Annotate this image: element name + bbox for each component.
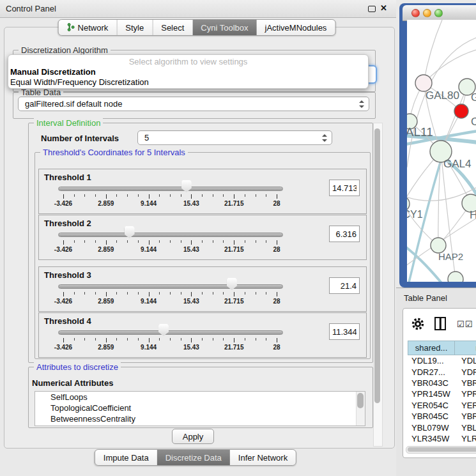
tab-discretize-data-label: Discretize Data — [165, 453, 222, 463]
threshold-4-value-field[interactable] — [329, 323, 360, 340]
float-window-icon[interactable] — [368, 6, 376, 12]
number-of-intervals-label: Number of Intervals — [41, 134, 119, 143]
number-of-intervals-combobox[interactable]: 5 — [137, 130, 332, 145]
threshold-4-slider[interactable]: -3.426 2.859 9.144 15.43 21.715 28 — [58, 313, 282, 357]
node-partial-bottom[interactable] — [448, 272, 463, 282]
tab-style[interactable]: Style — [116, 20, 152, 35]
network-window-titlebar[interactable] — [403, 5, 476, 21]
tab-infer-network-label: Infer Network — [238, 453, 288, 463]
node-label-gal11: GAL11 — [407, 125, 433, 139]
node-label-hap2: HAP2 — [438, 251, 463, 262]
node-label-partial-h: H — [470, 209, 476, 221]
list-item[interactable]: SelfLoops — [35, 392, 365, 403]
tab-network[interactable]: Network — [59, 20, 117, 35]
control-panel-title: Control Panel — [6, 4, 56, 13]
combo-spinner-icon — [322, 134, 327, 142]
panel-scrollbar[interactable] — [373, 123, 383, 447]
tab-impute-data[interactable]: Impute Data — [95, 450, 157, 465]
tab-style-label: Style — [125, 23, 144, 33]
table-data-value: galFiltered.sif default node — [25, 99, 122, 109]
table-header-row: shared... na — [408, 341, 476, 355]
slider-major-ticks — [63, 338, 277, 342]
tab-discretize-data[interactable]: Discretize Data — [157, 450, 230, 465]
slider-track[interactable] — [58, 284, 283, 289]
table-horizontal-scrollbar-thumb[interactable] — [408, 447, 476, 452]
algorithm-option-equal-width[interactable]: Equal Width/Frequency Discretization — [10, 77, 149, 87]
column-header-shared-name[interactable]: shared... — [408, 341, 455, 355]
node-label-gcy1: GCY1 — [407, 209, 423, 220]
minimize-traffic-light-icon[interactable] — [423, 9, 431, 17]
table-row[interactable]: YLR345WYLR3 — [408, 433, 476, 444]
table-toolbar: ☑☑ — [403, 309, 476, 341]
combo-spinner-icon — [359, 100, 364, 108]
apply-button[interactable]: Apply — [172, 429, 214, 444]
close-icon[interactable]: ✕ — [380, 3, 387, 13]
threshold-2-box: Threshold 2 -3.426 2.859 9.144 15.43 21.… — [38, 215, 367, 260]
tab-impute-data-label: Impute Data — [104, 453, 149, 463]
network-icon — [67, 23, 75, 32]
list-scrollbar[interactable] — [356, 392, 365, 426]
tab-infer-network[interactable]: Infer Network — [230, 450, 296, 465]
node-label-partial-c: C — [471, 116, 476, 128]
table-row[interactable]: YPR145WYPR1 — [408, 388, 476, 399]
threshold-1-slider[interactable]: -3.426 2.859 9.144 15.43 21.715 28 — [58, 169, 282, 213]
tab-network-label: Network — [78, 23, 109, 33]
table-row[interactable]: YER054CYER0 — [408, 400, 476, 411]
numerical-attributes-heading: Numerical Attributes — [32, 378, 113, 388]
table-row[interactable]: YBR045CYBR0 — [408, 411, 476, 422]
slider-tick-labels: -3.426 2.859 9.144 15.43 21.715 28 — [63, 344, 277, 351]
table-row[interactable]: YDR27...YDR2 — [408, 366, 476, 377]
algorithm-option-manual[interactable]: Manual Discretization — [10, 67, 96, 77]
select-columns-checkbox-icons[interactable]: ☑☑ — [457, 319, 473, 329]
slider-track[interactable] — [58, 187, 283, 191]
slider-tick-labels: -3.426 2.859 9.144 15.43 21.715 28 — [63, 200, 277, 208]
threshold-2-slider[interactable]: -3.426 2.859 9.144 15.43 21.715 28 — [58, 215, 282, 259]
table-horizontal-scrollbar[interactable] — [406, 446, 476, 454]
slider-track[interactable] — [58, 233, 283, 237]
settings-gear-icon[interactable] — [411, 317, 425, 334]
node-label-partial-g: G. — [471, 91, 476, 104]
tab-cyni-toolbox[interactable]: Cyni Toolbox — [192, 20, 256, 35]
network-canvas[interactable]: GAL80 GAL11 GAL4 GCY1 HAP2 G. C H — [407, 20, 476, 282]
close-traffic-light-icon[interactable] — [411, 9, 420, 17]
control-panel-tabbar: Network Style Select Cyni Toolbox jActiv… — [58, 19, 336, 36]
tab-jactivemnodules[interactable]: jActiveMNodules — [257, 20, 335, 35]
columns-icon[interactable] — [434, 317, 446, 330]
tab-cyni-toolbox-label: Cyni Toolbox — [201, 23, 248, 33]
list-item[interactable]: BetweennessCentrality — [35, 413, 365, 424]
list-scrollbar-thumb[interactable] — [357, 393, 364, 408]
numerical-attributes-list[interactable]: SelfLoops TopologicalCoefficient Between… — [35, 391, 365, 426]
discretization-algorithm-group-label: Discretization Algorithm — [19, 45, 111, 55]
panel-scrollbar-thumb[interactable] — [374, 128, 380, 403]
table-row[interactable]: YBR043CYBR0 — [408, 378, 476, 388]
cyni-mode-tabbar: Impute Data Discretize Data Infer Networ… — [95, 449, 296, 466]
network-view-window[interactable]: GAL80 GAL11 GAL4 GCY1 HAP2 G. C H — [399, 3, 476, 288]
table-row[interactable]: YDL19...YDL1 — [408, 355, 476, 366]
threshold-3-box: Threshold 3 -3.426 2.859 9.144 15.43 21.… — [38, 266, 367, 312]
list-item[interactable]: TopologicalCoefficient — [35, 403, 365, 413]
algorithm-popup-hint: Select algorithm to view settings — [8, 57, 368, 66]
node-label-gal4: GAL4 — [443, 158, 471, 170]
table-data-group-label: Table Data — [19, 88, 63, 97]
threshold-3-value-field[interactable] — [329, 277, 360, 294]
slider-tick-labels: -3.426 2.859 9.144 15.43 21.715 28 — [63, 246, 277, 254]
column-header-name[interactable]: na — [455, 341, 476, 355]
threshold-1-value-field[interactable] — [329, 180, 360, 196]
threshold-3-slider[interactable]: -3.426 2.859 9.144 15.43 21.715 28 — [58, 267, 282, 311]
table-data-combobox[interactable]: galFiltered.sif default node — [18, 96, 369, 111]
algorithm-popup: Select algorithm to view settings Manual… — [8, 54, 369, 89]
node-red-selected[interactable] — [454, 104, 468, 118]
slider-track[interactable] — [58, 330, 283, 335]
table-panel-card: ☑☑ shared... na YDL19...YDL1 YDR27...YDR… — [403, 308, 476, 458]
tab-select[interactable]: Select — [152, 20, 192, 35]
interval-definition-group-label: Interval Definition — [34, 118, 103, 128]
threshold-4-box: Threshold 4 -3.426 2.859 9.144 15.43 21.… — [38, 312, 367, 358]
slider-major-ticks — [63, 292, 277, 296]
control-panel-titlebar: Control Panel ✕ — [0, 0, 396, 18]
table-panel-title: Table Panel — [404, 293, 447, 303]
table-row[interactable]: YBL079WYBL0 — [408, 422, 476, 433]
zoom-traffic-light-icon[interactable] — [434, 9, 443, 17]
threshold-2-value-field[interactable] — [329, 226, 360, 242]
slider-tick-labels: -3.426 2.859 9.144 15.43 21.715 28 — [63, 298, 277, 305]
slider-major-ticks — [63, 194, 277, 199]
